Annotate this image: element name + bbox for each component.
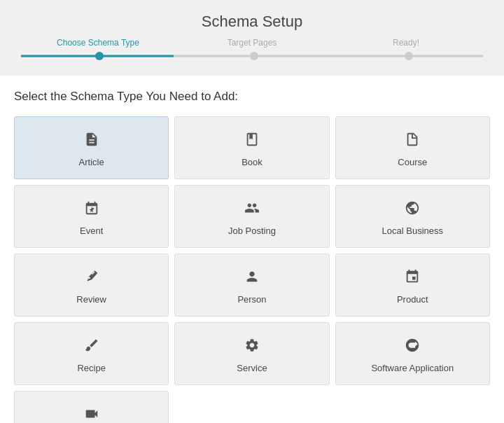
product-icon bbox=[405, 269, 420, 289]
schema-item-job-posting[interactable]: Job Posting bbox=[174, 185, 329, 248]
schema-item-product[interactable]: Product bbox=[335, 254, 490, 317]
page-title: Schema Setup bbox=[0, 13, 504, 31]
schema-item-label-course: Course bbox=[398, 157, 427, 167]
section-title: Select the Schema Type You Need to Add: bbox=[14, 90, 490, 104]
wizard-dot-1 bbox=[95, 52, 104, 60]
review-icon bbox=[84, 269, 99, 289]
main-content: Select the Schema Type You Need to Add: … bbox=[0, 76, 504, 423]
book-icon bbox=[244, 132, 260, 151]
schema-item-course[interactable]: Course bbox=[335, 116, 490, 179]
event-icon bbox=[84, 200, 99, 220]
wizard-labels-row: Choose Schema Type Target Pages Ready! bbox=[21, 38, 483, 48]
schema-item-label-article: Article bbox=[79, 157, 104, 167]
schema-item-label-service: Service bbox=[237, 363, 267, 373]
schema-item-label-event: Event bbox=[80, 226, 103, 236]
page-header: Schema Setup bbox=[0, 0, 504, 38]
schema-item-label-local-business: Local Business bbox=[382, 226, 443, 236]
schema-item-recipe[interactable]: Recipe bbox=[14, 322, 169, 385]
schema-item-book[interactable]: Book bbox=[174, 116, 329, 179]
wizard-dot-2 bbox=[250, 52, 258, 60]
video-object-icon bbox=[84, 406, 99, 424]
schema-item-person[interactable]: Person bbox=[174, 254, 329, 317]
wizard-step-label-2: Target Pages bbox=[175, 38, 329, 48]
recipe-icon bbox=[84, 338, 99, 357]
schema-item-video-object[interactable]: Video Object bbox=[14, 391, 169, 423]
wizard-step-label-3: Ready! bbox=[329, 38, 483, 48]
schema-item-review[interactable]: Review bbox=[14, 254, 169, 317]
wizard-progress-bar bbox=[21, 50, 483, 62]
schema-item-label-software-application: Software Application bbox=[371, 363, 454, 373]
schema-item-label-book: Book bbox=[241, 157, 262, 167]
schema-item-event[interactable]: Event bbox=[14, 185, 169, 248]
wizard-step-label-1: Choose Schema Type bbox=[21, 38, 175, 48]
schema-item-service[interactable]: Service bbox=[174, 322, 329, 385]
schema-item-article[interactable]: Article bbox=[14, 116, 169, 179]
schema-item-label-person: Person bbox=[237, 294, 266, 305]
schema-item-label-recipe: Recipe bbox=[77, 363, 105, 373]
local-business-icon bbox=[405, 200, 420, 220]
schema-item-local-business[interactable]: Local Business bbox=[335, 185, 490, 248]
schema-item-label-product: Product bbox=[397, 294, 428, 305]
service-icon bbox=[244, 338, 260, 357]
schema-item-software-application[interactable]: Software Application bbox=[335, 322, 490, 385]
person-icon bbox=[244, 269, 260, 289]
wizard-dot-3 bbox=[405, 52, 413, 60]
course-icon bbox=[405, 132, 420, 151]
schema-item-label-job-posting: Job Posting bbox=[228, 226, 276, 236]
schema-item-label-review: Review bbox=[76, 294, 106, 305]
article-icon bbox=[84, 132, 99, 151]
job-posting-icon bbox=[244, 200, 260, 220]
software-application-icon bbox=[405, 338, 420, 357]
schema-grid: ArticleBookCourseEventJob PostingLocal B… bbox=[14, 116, 490, 423]
